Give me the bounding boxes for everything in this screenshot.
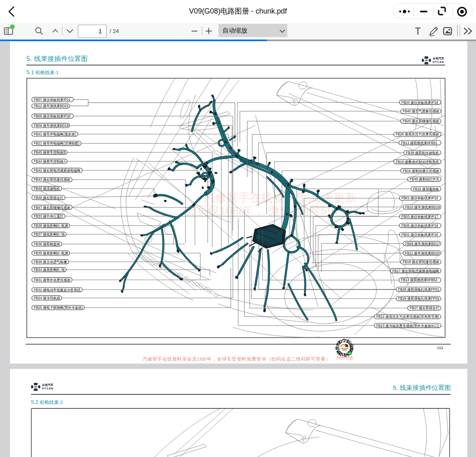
svg-text:FB26 接高压压力温度传感器: FB26 接高压压力温度传感器	[396, 132, 439, 136]
svg-text:FB44 接整车控制器A: FB44 接整车控制器A	[34, 159, 66, 163]
svg-text:FB49 接制动灯开关: FB49 接制动灯开关	[410, 177, 439, 181]
svg-text:FB29 接前保险杠线束FP02: FB29 接前保险杠线束FP02	[398, 296, 439, 301]
svg-text:HYCAN: HYCAN	[433, 61, 444, 63]
svg-text:FB20 接左前碰撞传感器: FB20 接左前碰撞传感器	[403, 119, 439, 123]
svg-text:FB35 接高音喇叭-电源: FB35 接高音喇叭-电源	[34, 251, 68, 255]
svg-text:FB12 接车身线束BD21: FB12 接车身线束BD21	[34, 104, 69, 108]
svg-text:HYCAN: HYCAN	[42, 387, 54, 390]
svg-text:FB25 接电子膨胀阀(室外冷凝器): FB25 接电子膨胀阀(室外冷凝器)	[34, 305, 83, 310]
svg-text:FB16 接制动液位传感器: FB16 接制动液位传感器	[403, 169, 439, 173]
svg-text:T: T	[415, 26, 421, 37]
svg-text:FB04 接仪表板线束IP18: FB04 接仪表板线束IP18	[401, 100, 438, 105]
svg-text:FB28 接前保险杠线束FP01: FB28 接前保险杠线束FP01	[398, 287, 439, 291]
svg-text:FB39 接前刮水器电机: FB39 接前刮水器电机	[406, 151, 439, 155]
svg-text:FB40 接空气质量传感器: FB40 接空气质量传感器	[403, 109, 439, 113]
svg-text:FB07 接仪表板线束IP21: FB07 接仪表板线束IP21	[34, 98, 70, 102]
svg-text:FB22 接高压压力温度传感器(非热泵空调): FB22 接高压压力温度传感器(非热泵空调)	[376, 315, 439, 319]
svg-text:FB03 接仪表板线束IP17: FB03 接仪表板线束IP17	[401, 215, 438, 219]
svg-text:FB14 接前舱线束IIFB52: FB14 接前舱线束IIFB52	[401, 278, 437, 282]
svg-text:合创汽车: 合创汽车	[432, 57, 444, 60]
svg-text:FB36 接前舱盖锁: FB36 接前舱盖锁	[34, 242, 60, 246]
svg-text:合创汽车: 合创汽车	[42, 383, 54, 387]
svg-text:FB06 接仪表板线束IP20: FB06 接仪表板线束IP20	[34, 114, 70, 118]
svg-text:FB08 接车身线束BD17: FB08 接车身线束BD17	[405, 242, 440, 246]
svg-text:FB48 接右前组合灯: FB48 接右前组合灯	[34, 196, 64, 200]
svg-text:FB05 接仪表板线束IP19: FB05 接仪表板线束IP19	[401, 224, 438, 228]
svg-text:FB11 接车身线束BD20: FB11 接车身线束BD20	[405, 251, 440, 255]
svg-text:FB13 接前舱线束IIFB51: FB13 接前舱线束IIFB51	[401, 141, 437, 145]
svg-text:FB31 接室外温度传感器: FB31 接室外温度传感器	[34, 278, 70, 282]
svg-text:FB32 接电动车低速提示音系统: FB32 接电动车低速提示音系统	[34, 288, 81, 292]
svg-text:FB23 接冷媒温度传感器(室外冷凝器出口): FB23 接冷媒温度传感器(室外冷凝器出口)	[376, 324, 439, 328]
svg-text:FB37 接低音喇叭-地: FB37 接低音喇叭-地	[34, 232, 65, 236]
svg-text:FB47 接右前碰撞传感器: FB47 接右前碰撞传感器	[34, 205, 70, 210]
svg-text:FB21 接常闭电磁阀(空调取暖): FB21 接常闭电磁阀(空调取暖)	[34, 141, 80, 145]
svg-text:FB10 接车身线束BD19: FB10 接车身线束BD19	[405, 205, 440, 209]
svg-text:FB09 接车身线束BD18: FB09 接车身线束BD18	[34, 124, 69, 128]
svg-text:FB45 接整车控制器B: FB45 接整车控制器B	[34, 150, 66, 154]
svg-text:FB33 接中央位置灯: FB33 接中央位置灯	[34, 214, 64, 218]
svg-text:FB18 接左前轮速传感器: FB18 接左前轮速传感器	[403, 260, 439, 264]
svg-text:FB24 接冷却风扇: FB24 接冷却风扇	[34, 296, 60, 300]
svg-text:FB41 接常开电磁阀(蒸发器): FB41 接常开电磁阀(蒸发器)	[34, 132, 76, 136]
svg-text:FB01 接仪表板线束IP15: FB01 接仪表板线束IP15	[401, 196, 438, 200]
svg-text:FB30 接主动进气格栅: FB30 接主动进气格栅	[34, 260, 67, 264]
svg-text:FB34 接高音喇叭-地: FB34 接高音喇叭-地	[34, 268, 65, 272]
svg-text:FB38 接低音喇叭-电源: FB38 接低音喇叭-电源	[34, 224, 68, 228]
svg-text:FB19 接集成式制动控制系统: FB19 接集成式制动控制系统	[396, 160, 439, 164]
svg-text:FB17 接左前电控减振器电磁阀: FB17 接左前电控减振器电磁阀	[392, 269, 439, 273]
svg-text:FB15 接加速踏板: FB15 接加速踏板	[413, 187, 439, 191]
svg-text:FB27 接左前组合灯: FB27 接左前组合灯	[410, 306, 440, 310]
svg-text:FB46 接洗涤电机: FB46 接洗涤电机	[34, 187, 60, 191]
svg-text:FB42 接右前电控减振器电磁阀: FB42 接右前电控减振器电磁阀	[34, 168, 80, 173]
svg-text:FB02 接仪表板线束IP16: FB02 接仪表板线束IP16	[401, 233, 438, 237]
svg-text:FB43 接右前轮速传感器: FB43 接右前轮速传感器	[34, 177, 70, 182]
